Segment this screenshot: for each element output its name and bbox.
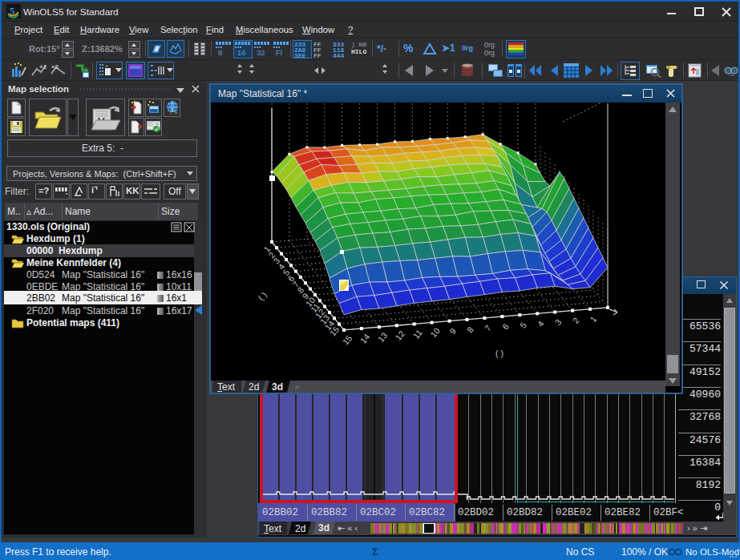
svg-text:1: 1 [588, 314, 598, 324]
svg-text:«2: «2 [51, 63, 59, 71]
svg-text:+: + [105, 63, 108, 68]
svg-text:15: 15 [341, 333, 354, 347]
svg-text:10: 10 [428, 326, 442, 340]
svg-text:6: 6 [500, 321, 511, 331]
svg-text:+2: +2 [39, 63, 47, 71]
svg-text:HIL: HIL [729, 72, 735, 77]
svg-text:7: 7 [483, 323, 493, 332]
svg-text:13: 13 [375, 330, 389, 344]
svg-text:5: 5 [518, 320, 528, 329]
svg-text:5: 5 [10, 5, 15, 17]
svg-text:( ): ( ) [495, 348, 503, 358]
svg-text:2: 2 [571, 316, 581, 325]
svg-text:( ): ( ) [256, 290, 269, 302]
svg-text:8: 8 [465, 324, 475, 334]
svg-text:4: 4 [536, 319, 546, 328]
svg-text:3: 3 [553, 317, 564, 327]
svg-text:14: 14 [358, 332, 371, 345]
svg-text:12: 12 [393, 328, 406, 342]
svg-text:11: 11 [411, 328, 424, 340]
svg-text:9: 9 [447, 326, 458, 336]
